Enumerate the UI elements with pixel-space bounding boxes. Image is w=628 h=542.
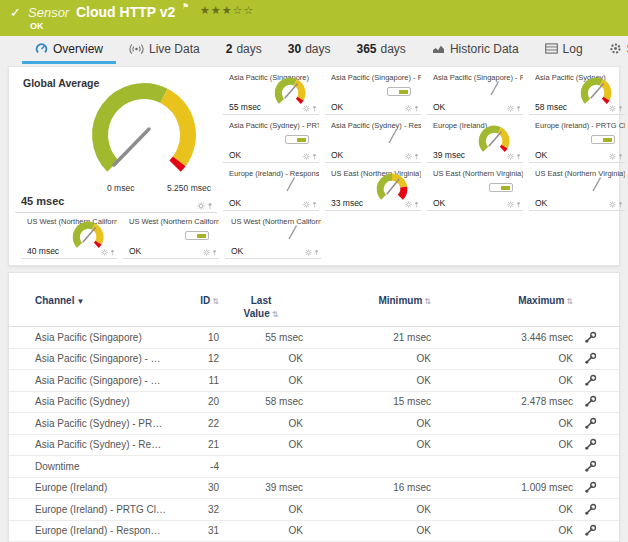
channel-cell[interactable]: US East (Northern Virginia) - … OK xyxy=(427,167,523,211)
tab-log[interactable]: Log xyxy=(532,36,596,64)
pin-icon[interactable] xyxy=(212,249,217,256)
tab-live-data[interactable]: Live Data xyxy=(116,36,213,64)
pin-icon[interactable] xyxy=(618,105,623,112)
channel-cell[interactable]: US East (Northern Virginia) 33 msec xyxy=(325,167,421,211)
cell-action-icons[interactable] xyxy=(305,249,319,256)
flag-icon[interactable]: ⚑ xyxy=(182,2,189,11)
channel-settings-icon[interactable] xyxy=(584,395,597,408)
tab-historic-data[interactable]: Historic Data xyxy=(419,36,532,64)
gear-icon[interactable] xyxy=(405,105,412,112)
channel-cell[interactable]: Asia Pacific (Singapore) - PR… OK xyxy=(325,71,421,115)
gear-icon[interactable] xyxy=(197,202,205,210)
channel-cell[interactable]: US West (Northern California) 40 msec xyxy=(21,215,117,259)
row-channel[interactable]: Asia Pacific (Singapore) - … xyxy=(35,375,185,386)
pin-icon[interactable] xyxy=(312,201,317,208)
pin-icon[interactable] xyxy=(110,249,115,256)
cell-action-icons[interactable] xyxy=(609,153,623,160)
channel-cell[interactable]: Europe (Ireland) - PRTG Cloud… OK xyxy=(529,119,625,163)
pin-icon[interactable] xyxy=(516,105,521,112)
row-channel[interactable]: Asia Pacific (Singapore) - … xyxy=(35,353,185,364)
cell-action-icons[interactable] xyxy=(609,201,623,208)
gear-icon[interactable] xyxy=(305,249,312,256)
cell-action-icons[interactable] xyxy=(507,153,521,160)
cell-action-icons[interactable] xyxy=(405,201,419,208)
header-minimum[interactable]: Minimum⇅ xyxy=(303,295,431,306)
table-row[interactable]: Europe (Ireland) - Respon… 31 OK OK OK xyxy=(9,521,619,542)
row-channel[interactable]: Asia Pacific (Singapore) xyxy=(35,332,185,343)
pin-icon[interactable] xyxy=(312,153,317,160)
gear-icon[interactable] xyxy=(609,105,616,112)
channel-settings-icon[interactable] xyxy=(584,503,597,516)
channel-settings-icon[interactable] xyxy=(584,331,597,344)
table-row[interactable]: Asia Pacific (Singapore) - … 11 OK OK OK xyxy=(9,370,619,392)
channel-cell[interactable]: Europe (Ireland) 39 msec xyxy=(427,119,523,163)
row-channel[interactable]: Europe (Ireland) xyxy=(35,482,185,493)
table-row[interactable]: Asia Pacific (Sydney) 20 58 msec 15 msec… xyxy=(9,392,619,414)
pin-icon[interactable] xyxy=(207,202,213,210)
pin-icon[interactable] xyxy=(414,105,419,112)
tab-2-days[interactable]: 2days xyxy=(213,36,275,64)
cell-action-icons[interactable] xyxy=(405,153,419,160)
cell-action-icons[interactable] xyxy=(303,153,317,160)
row-channel[interactable]: Europe (Ireland) - Respon… xyxy=(35,525,185,536)
pin-icon[interactable] xyxy=(516,201,521,208)
cell-action-icons[interactable] xyxy=(303,105,317,112)
pin-icon[interactable] xyxy=(618,201,623,208)
pin-icon[interactable] xyxy=(414,153,419,160)
gear-icon[interactable] xyxy=(609,201,616,208)
gear-icon[interactable] xyxy=(203,249,210,256)
row-channel[interactable]: Asia Pacific (Sydney) - PR… xyxy=(35,418,185,429)
cell-action-icons[interactable] xyxy=(303,201,317,208)
row-channel[interactable]: Downtime xyxy=(35,461,185,472)
table-row[interactable]: Downtime -4 xyxy=(9,456,619,478)
gear-icon[interactable] xyxy=(507,105,514,112)
pin-icon[interactable] xyxy=(516,153,521,160)
row-channel[interactable]: Asia Pacific (Sydney) xyxy=(35,396,185,407)
tab-365-days[interactable]: 365days xyxy=(343,36,418,64)
pin-icon[interactable] xyxy=(414,201,419,208)
pin-icon[interactable] xyxy=(312,105,317,112)
channel-cell[interactable]: US East (Northern Virginia) - … OK xyxy=(529,167,625,211)
gear-icon[interactable] xyxy=(303,201,310,208)
cell-action-icons[interactable] xyxy=(507,201,521,208)
channel-cell[interactable]: Asia Pacific (Sydney) 58 msec xyxy=(529,71,625,115)
header-channel[interactable]: Channel▼ xyxy=(35,295,185,306)
gear-icon[interactable] xyxy=(507,201,514,208)
channel-cell[interactable]: Asia Pacific (Sydney) - PRTG … OK xyxy=(223,119,319,163)
cell-action-icons[interactable] xyxy=(203,249,217,256)
table-row[interactable]: Asia Pacific (Singapore) - … 12 OK OK OK xyxy=(9,349,619,371)
channel-cell[interactable]: US West (Northern California)… OK xyxy=(123,215,219,259)
tab-30-days[interactable]: 30days xyxy=(275,36,344,64)
channel-cell[interactable]: US West (Northern California)… OK xyxy=(225,215,321,259)
gear-icon[interactable] xyxy=(405,201,412,208)
gear-icon[interactable] xyxy=(609,153,616,160)
channel-settings-icon[interactable] xyxy=(584,460,597,473)
channel-cell[interactable]: Asia Pacific (Sydney) - Respo… OK xyxy=(325,119,421,163)
cell-action-icons[interactable] xyxy=(101,249,115,256)
cell-action-icons[interactable] xyxy=(507,105,521,112)
channel-cell[interactable]: Asia Pacific (Singapore) 55 msec xyxy=(223,71,319,115)
gear-icon[interactable] xyxy=(405,153,412,160)
tab-overview[interactable]: Overview xyxy=(22,36,116,64)
pin-icon[interactable] xyxy=(618,153,623,160)
channel-settings-icon[interactable] xyxy=(584,417,597,430)
cell-action-icons[interactable] xyxy=(197,202,213,210)
table-row[interactable]: Asia Pacific (Sydney) - PR… 22 OK OK OK xyxy=(9,413,619,435)
table-row[interactable]: Europe (Ireland) - PRTG Cl… 32 OK OK OK xyxy=(9,499,619,521)
cell-action-icons[interactable] xyxy=(609,105,623,112)
table-row[interactable]: Europe (Ireland) 30 39 msec 16 msec 1.00… xyxy=(9,478,619,500)
pin-icon[interactable] xyxy=(314,249,319,256)
gear-icon[interactable] xyxy=(101,249,108,256)
channel-cell[interactable]: Asia Pacific (Singapore) - Res… OK xyxy=(427,71,523,115)
header-last-value[interactable]: Last Value⇅ xyxy=(219,295,303,320)
cell-action-icons[interactable] xyxy=(405,105,419,112)
gear-icon[interactable] xyxy=(303,105,310,112)
header-id[interactable]: ID⇅ xyxy=(185,295,219,306)
channel-cell[interactable]: Europe (Ireland) - Response C… OK xyxy=(223,167,319,211)
channel-settings-icon[interactable] xyxy=(584,481,597,494)
row-channel[interactable]: Europe (Ireland) - PRTG Cl… xyxy=(35,504,185,515)
priority-stars[interactable]: ★★★☆☆ xyxy=(200,4,254,17)
global-average-cell[interactable]: Global Average 0 msec 5.250 msec 45 msec xyxy=(15,71,217,213)
channel-settings-icon[interactable] xyxy=(584,438,597,451)
header-maximum[interactable]: Maximum⇅ xyxy=(431,295,573,306)
